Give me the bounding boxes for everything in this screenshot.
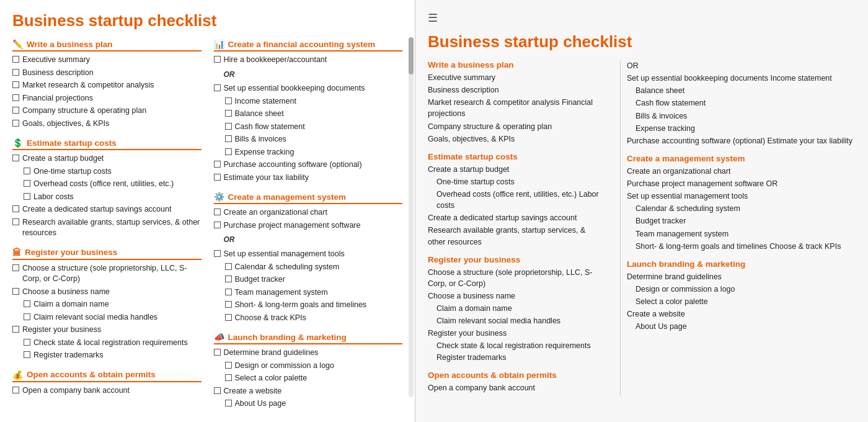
right-write-plan-list: Executive summary Business description M… <box>428 72 604 145</box>
checkbox[interactable] <box>225 263 232 270</box>
checkbox[interactable] <box>225 374 232 381</box>
list-item: Calendar & scheduling system <box>627 203 856 214</box>
checkbox[interactable] <box>225 314 232 321</box>
scrollbar[interactable] <box>409 37 414 397</box>
list-item: Business description <box>12 68 202 79</box>
list-item: Company structure & operating plan <box>428 121 604 132</box>
hamburger-icon[interactable]: ☰ <box>428 11 438 25</box>
right-content-right: OR Set up essential bookkeeping document… <box>627 60 856 396</box>
checkbox[interactable] <box>12 94 19 101</box>
checkbox[interactable] <box>12 205 19 212</box>
list-item: Overhead costs (office rent, utilities, … <box>12 179 202 190</box>
checkbox[interactable] <box>225 148 232 155</box>
checkbox[interactable] <box>225 135 232 142</box>
section-register-business: 🏛 Register your business <box>12 248 202 260</box>
checkbox[interactable] <box>12 288 19 295</box>
right-bookkeeping-list: OR Set up essential bookkeeping document… <box>627 60 856 146</box>
checkbox[interactable] <box>24 339 30 346</box>
checkbox[interactable] <box>12 69 19 76</box>
list-item: Short- & long-term goals and timelines <box>214 300 403 311</box>
list-item: Create an organizational chart <box>627 166 856 177</box>
checkbox[interactable] <box>24 313 30 320</box>
right-divider <box>620 60 621 396</box>
list-item: Select a color palette <box>214 373 403 384</box>
checkbox[interactable] <box>24 193 30 200</box>
checkbox[interactable] <box>12 155 19 161</box>
financial-accounting-list: Hire a bookkeeper/accountant OR Set up e… <box>214 55 403 183</box>
list-item: Labor costs <box>12 192 202 203</box>
checkbox[interactable] <box>24 180 30 187</box>
checkbox[interactable] <box>12 120 19 127</box>
checkbox[interactable] <box>214 209 221 215</box>
left-col-1: ✏️ Write a business plan Executive summa… <box>12 39 202 412</box>
section-financial-accounting: 📊 Create a financial accounting system <box>214 39 403 52</box>
checkbox[interactable] <box>225 123 232 130</box>
checkbox[interactable] <box>214 56 221 63</box>
section-launch-branding: 📣 Launch branding & marketing <box>214 332 403 344</box>
megaphone-icon: 📣 <box>214 332 224 342</box>
list-item: Balance sheet <box>627 85 856 96</box>
checkbox[interactable] <box>214 84 221 91</box>
write-icon: ✏️ <box>12 39 23 49</box>
checkbox[interactable] <box>12 387 19 393</box>
checkbox[interactable] <box>225 97 232 104</box>
checkbox[interactable] <box>24 351 30 358</box>
list-item: Team management system <box>214 287 403 299</box>
checkbox[interactable] <box>12 326 19 333</box>
list-item: Cash flow statement <box>627 97 856 109</box>
checkbox[interactable] <box>12 107 19 114</box>
checkbox[interactable] <box>12 56 19 63</box>
checkbox[interactable] <box>214 349 221 356</box>
right-section-write-plan: Write a business plan <box>428 60 604 70</box>
list-item: Goals, objectives, & KPIs <box>12 119 202 130</box>
chart-icon: 📊 <box>214 39 224 49</box>
checkbox[interactable] <box>214 387 221 394</box>
gear-icon: ⚙️ <box>214 192 224 202</box>
checkbox[interactable] <box>12 218 19 225</box>
estimate-startup-list: Create a startup budget One-time startup… <box>12 153 202 239</box>
checkbox[interactable] <box>24 168 30 174</box>
checkbox[interactable] <box>225 400 232 406</box>
scroll-thumb[interactable] <box>409 37 414 74</box>
list-item: Create an organizational chart <box>214 207 403 218</box>
list-item: Market research & competitor analysis Fi… <box>428 97 604 119</box>
section-open-accounts: 💰 Open accounts & obtain permits <box>12 370 202 382</box>
list-item: Create a website <box>627 308 856 320</box>
register-business-list: Choose a structure (sole proprietorship,… <box>12 263 202 361</box>
list-item: Goals, objectives, & KPIs <box>428 133 604 145</box>
list-item: Choose a structure (sole proprietorship,… <box>12 263 202 285</box>
list-item: Choose & track KPIs <box>214 313 403 324</box>
right-panel: ☰ Business startup checklist Write a bus… <box>415 0 868 422</box>
list-item: Choose a structure (sole proprietorship,… <box>428 267 604 289</box>
checkbox[interactable] <box>214 250 221 257</box>
list-item: Team management system <box>627 228 856 240</box>
section-estimate-startup: 💲 Estimate startup costs <box>12 138 202 150</box>
checkbox[interactable] <box>225 289 232 295</box>
left-title: Business startup checklist <box>12 11 402 30</box>
list-item: Create a website <box>214 386 403 397</box>
right-title: Business startup checklist <box>428 32 856 52</box>
list-item: Executive summary <box>428 72 604 83</box>
list-item: Open a company bank account <box>12 385 202 397</box>
list-item: Determine brand guidelines <box>214 348 403 359</box>
checkbox[interactable] <box>225 362 232 369</box>
checkbox[interactable] <box>214 174 221 181</box>
section-management-system: ⚙️ Create a management system <box>214 192 403 204</box>
list-item: Business description <box>428 84 604 96</box>
checkbox[interactable] <box>214 161 221 168</box>
checkbox[interactable] <box>12 264 19 271</box>
checkbox[interactable] <box>225 276 232 282</box>
list-item: Research available grants, startup servi… <box>428 225 604 247</box>
list-item: Create a startup budget <box>12 153 202 164</box>
left-col-2: 📊 Create a financial accounting system H… <box>214 39 403 412</box>
list-item: Claim relevant social media handles <box>12 312 202 323</box>
checkbox[interactable] <box>12 81 19 88</box>
list-item: Register your business <box>428 328 604 339</box>
list-item: Calendar & scheduling system <box>214 262 403 273</box>
checkbox[interactable] <box>24 300 30 307</box>
checkbox[interactable] <box>214 222 221 228</box>
checkbox[interactable] <box>225 110 232 117</box>
right-register-list: Choose a structure (sole proprietorship,… <box>428 267 604 363</box>
list-item: Choose a business name <box>428 290 604 302</box>
checkbox[interactable] <box>225 301 232 308</box>
